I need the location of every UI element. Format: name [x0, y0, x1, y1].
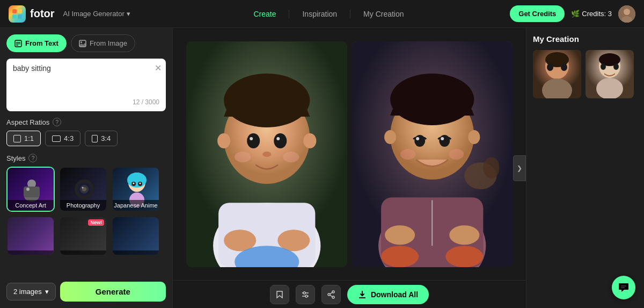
creation-thumbs [533, 50, 638, 98]
ratio-1-1-label: 1:1 [24, 134, 34, 142]
tab-from-image[interactable]: From Image [71, 34, 135, 52]
style-row2b-label [60, 250, 106, 255]
header: fotor AI Image Generator ▾ Create Inspir… [0, 0, 644, 28]
generated-image-left[interactable] [186, 41, 347, 267]
style-row2-a[interactable] [6, 216, 55, 256]
svg-point-61 [483, 157, 499, 178]
svg-point-72 [328, 293, 330, 296]
svg-point-55 [441, 137, 444, 140]
images-grid [173, 28, 526, 280]
prompt-clear-button[interactable]: ✕ [155, 63, 162, 73]
ai-generator-dropdown[interactable]: AI Image Generator ▾ [63, 10, 130, 18]
prompt-input[interactable]: baby sitting [13, 64, 159, 96]
chevron-right-button[interactable]: ❯ [513, 155, 526, 181]
svg-point-70 [332, 291, 334, 293]
svg-line-73 [330, 292, 332, 294]
photography-image [71, 176, 98, 203]
image-controls-bar: Download All [173, 280, 526, 308]
adjust-button[interactable] [296, 285, 315, 304]
credits-count: Credits: 3 [582, 10, 612, 18]
styles-row-1: Concept Art Photography [6, 167, 166, 212]
text-icon [14, 40, 22, 47]
creation-thumb-2[interactable] [586, 50, 634, 98]
avatar[interactable] [618, 5, 635, 23]
style-photography-label: Photography [60, 200, 106, 211]
chevron-right-icon: ❯ [517, 164, 522, 172]
svg-point-56 [400, 148, 415, 159]
share-button[interactable] [321, 285, 341, 304]
styles-section: Styles ? [6, 154, 166, 162]
baby-left-svg [186, 41, 347, 267]
svg-point-42 [303, 133, 316, 148]
svg-rect-15 [24, 187, 40, 197]
thumb2-image [586, 50, 634, 98]
generated-image-right[interactable] [352, 41, 513, 267]
share-icon [327, 290, 335, 299]
chat-button[interactable] [612, 276, 635, 299]
concept-art-image [18, 176, 45, 203]
generate-button[interactable]: Generate [60, 282, 166, 302]
svg-point-26 [133, 183, 135, 184]
style-photography[interactable]: Photography [59, 167, 107, 212]
svg-point-79 [547, 63, 553, 71]
main-nav: Create Inspiration My Creation [148, 10, 510, 18]
logo-icon [9, 5, 26, 23]
new-badge: New! [88, 219, 104, 226]
style-concept-art-label: Concept Art [8, 200, 54, 211]
svg-point-34 [247, 133, 260, 148]
adjust-icon [301, 290, 310, 299]
ratio-4-3-label: 4:3 [64, 134, 74, 142]
download-icon [358, 290, 367, 299]
svg-point-65 [445, 246, 483, 267]
credits-badge: 🌿 Credits: 3 [571, 10, 612, 18]
svg-point-71 [332, 296, 334, 298]
header-right: Get Credits 🌿 Credits: 3 [510, 5, 635, 23]
download-all-button[interactable]: Download All [347, 285, 429, 304]
tab-from-text[interactable]: From Text [6, 34, 67, 52]
ratio-4-3[interactable]: 4:3 [45, 131, 80, 146]
ai-generator-label: AI Image Generator [63, 10, 125, 18]
nav-item-create[interactable]: Create [240, 10, 289, 18]
right-panel-title: My Creation [533, 34, 638, 44]
images-count-select[interactable]: 2 images ▾ [6, 283, 56, 300]
svg-point-53 [439, 134, 450, 146]
logo-text: fotor [30, 8, 55, 20]
svg-point-38 [262, 151, 271, 156]
ratio-box-tall [92, 135, 98, 142]
svg-point-40 [283, 151, 299, 162]
ratio-3-4-label: 3:4 [101, 134, 111, 142]
svg-point-59 [468, 130, 480, 144]
svg-point-68 [303, 292, 305, 294]
bookmark-icon [275, 290, 284, 299]
nav-item-my-creation[interactable]: My Creation [350, 10, 416, 18]
logo[interactable]: fotor [9, 5, 55, 23]
svg-rect-0 [12, 9, 17, 13]
ratio-3-4[interactable]: 3:4 [85, 131, 118, 146]
styles-help-icon[interactable]: ? [28, 154, 37, 162]
svg-point-39 [235, 151, 251, 162]
creation-thumb-1[interactable] [533, 50, 581, 98]
svg-rect-2 [12, 15, 17, 19]
style-concept-art[interactable]: Concept Art [6, 167, 55, 212]
nav-item-inspiration[interactable]: Inspiration [289, 10, 350, 18]
styles-row-2: New! [6, 216, 166, 256]
svg-point-35 [274, 133, 287, 148]
style-row2-c[interactable] [112, 216, 160, 256]
svg-point-80 [561, 63, 567, 71]
svg-rect-3 [18, 15, 22, 19]
center-content: ❯ [173, 28, 526, 308]
ratio-1-1[interactable]: 1:1 [6, 131, 41, 146]
style-row2-b[interactable]: New! [59, 216, 107, 256]
aspect-ratios-section: Aspect Ratios ? [6, 118, 166, 126]
aspect-ratios-help-icon[interactable]: ? [53, 118, 61, 126]
svg-point-58 [384, 130, 396, 144]
get-credits-button[interactable]: Get Credits [510, 5, 565, 22]
svg-point-5 [624, 9, 630, 15]
bookmark-button[interactable] [270, 285, 289, 304]
bottom-controls: 2 images ▾ Generate [6, 275, 166, 302]
images-count-chevron: ▾ [45, 288, 49, 296]
left-sidebar: From Text From Image baby sitting ✕ 12 /… [0, 28, 173, 308]
download-all-label: Download All [371, 290, 418, 299]
style-japanese-anime[interactable]: Japanese Anime [112, 167, 160, 212]
svg-line-74 [330, 295, 332, 297]
